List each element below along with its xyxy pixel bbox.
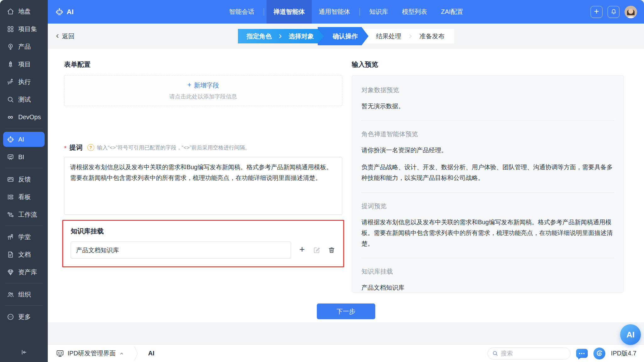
- chat-bubble-icon[interactable]: [576, 349, 588, 358]
- sidebar-item-testing[interactable]: 测试: [0, 91, 48, 108]
- sidebar-spacer: [0, 326, 48, 344]
- chevron-right-icon: ›: [279, 31, 282, 40]
- step-result-handling[interactable]: 结果处理: [376, 32, 401, 41]
- version-label: IPD版4.7: [611, 349, 636, 358]
- add-knowledge-base-button[interactable]: +: [298, 246, 306, 254]
- tab-general-agent[interactable]: 通用智能体: [312, 0, 357, 24]
- knowledge-base-title: 知识库挂载: [71, 227, 336, 236]
- help-icon[interactable]: ?: [87, 144, 94, 151]
- sidebar-item-program[interactable]: 项目集: [0, 20, 48, 38]
- people-icon: [7, 291, 14, 298]
- chevron-right-icon: ›: [409, 31, 412, 40]
- plus-icon: +: [187, 81, 191, 88]
- preview-section-heading: 对象数据预览: [361, 86, 614, 94]
- required-mark: *: [64, 145, 67, 152]
- knowledge-base-actions: +: [298, 246, 336, 254]
- knowledge-base-highlight-box: 知识库挂载 +: [62, 220, 344, 267]
- sidebar-item-product[interactable]: 产品: [0, 38, 48, 55]
- delete-knowledge-base-button[interactable]: [328, 246, 336, 254]
- sidebar-divider: [5, 226, 43, 226]
- collapse-sidebar-button[interactable]: [0, 344, 48, 362]
- sidebar-divider: [5, 168, 43, 168]
- sidebar-item-label: 产品: [18, 42, 31, 51]
- sidebar-item-label: 执行: [18, 78, 31, 86]
- sidebar-item-devops[interactable]: ∞ DevOps: [0, 108, 48, 126]
- breadcrumb-divider: [134, 346, 139, 361]
- wizard-steps: 指定角色 › 选择对象 确认操作 结果处理 › 准备发布: [238, 27, 454, 45]
- step-prepare-publish[interactable]: 准备发布: [420, 32, 445, 41]
- sidebar-item-label: 看板: [18, 193, 31, 201]
- sidebar-item-workflow[interactable]: 工作流: [0, 206, 48, 223]
- sidebar-item-kanban[interactable]: 看板: [0, 188, 48, 206]
- knowledge-base-row: +: [71, 242, 336, 259]
- tab-zentao-agent[interactable]: 禅道智能体: [267, 0, 312, 24]
- plus-icon: +: [594, 7, 599, 16]
- sidebar-item-ai[interactable]: AI: [3, 132, 45, 147]
- kanban-icon: [7, 193, 14, 201]
- sidebar-item-label: BI: [18, 153, 24, 161]
- preview-section-body: 请根据发布划信息以及发布中关联的需求和Bug编写发布新闻稿。格式参考产品新闻稿通…: [361, 217, 614, 249]
- add-field-dropzone[interactable]: + 新增字段 请点击此处以添加字段信息: [64, 75, 342, 106]
- wizard-steps-done: 指定角色 › 选择对象: [238, 29, 324, 43]
- preview-section-body: 请你扮演一名资深的产品经理。: [361, 145, 614, 155]
- sidebar: 地盘 项目集 产品 项目 执行 测试 ∞ DevOps AI: [0, 0, 48, 362]
- plus-icon: +: [299, 245, 305, 254]
- tab-zai-config[interactable]: ZAI配置: [434, 0, 470, 24]
- feedback-icon: [7, 175, 14, 183]
- sidebar-item-execution[interactable]: 执行: [0, 73, 48, 91]
- sidebar-item-feedback[interactable]: 反馈: [0, 170, 48, 188]
- navbar-actions: +: [470, 6, 644, 18]
- tab-knowledge-base[interactable]: 知识库: [362, 0, 395, 24]
- sidebar-item-academy[interactable]: 学堂: [0, 228, 48, 246]
- form-section-title: 表单配置: [64, 60, 342, 69]
- rocket-icon: [7, 60, 14, 68]
- form-column: 表单配置 + 新增字段 请点击此处以添加字段信息 * 提词 ? 输入“<>”符号…: [64, 49, 342, 322]
- sidebar-item-home[interactable]: 地盘: [0, 3, 48, 20]
- workspace-name: IPD研发管理界面: [68, 349, 116, 358]
- prompt-label-row: * 提词 ? 输入“<>”符号可引用已配置的字段，“<>”前后采用空格进行间隔。: [64, 143, 342, 152]
- ai-assistant-fab[interactable]: AI: [620, 324, 641, 345]
- sidebar-item-bi[interactable]: BI: [0, 148, 48, 166]
- add-field-label: 新增字段: [194, 81, 219, 90]
- notifications-button[interactable]: [608, 6, 619, 18]
- back-button[interactable]: ‹ 返回: [56, 32, 74, 41]
- document-icon: [7, 251, 14, 258]
- avatar[interactable]: [625, 6, 637, 18]
- create-button[interactable]: +: [591, 6, 603, 18]
- teacher-icon: [7, 233, 14, 241]
- gem-icon: [7, 268, 14, 276]
- prompt-textarea[interactable]: 请根据发布划信息以及发布中关联的需求和Bug编写发布新闻稿。格式参考产品新闻稿通…: [64, 157, 342, 215]
- add-field-button[interactable]: + 新增字段: [187, 81, 219, 90]
- tab-model-list[interactable]: 模型列表: [395, 0, 434, 24]
- home-icon: [7, 8, 14, 15]
- tab-smart-chat[interactable]: 智能会话: [222, 0, 261, 24]
- search-input[interactable]: [501, 350, 566, 357]
- sidebar-item-docs[interactable]: 文档: [0, 246, 48, 263]
- sidebar-item-assets[interactable]: 资产库: [0, 263, 48, 281]
- next-step-button[interactable]: 下一步: [317, 304, 375, 319]
- monitor-icon: [56, 349, 64, 358]
- prompt-help-text: 输入“<>”符号可引用已配置的字段，“<>”前后采用空格进行间隔。: [97, 144, 250, 151]
- main-column: AI 智能会话 禅道智能体 通用智能体 知识库 模型列表 ZAI配置 +: [48, 0, 644, 362]
- step-select-object[interactable]: 选择对象: [289, 32, 314, 41]
- sidebar-item-organization[interactable]: 组织: [0, 286, 48, 303]
- module-brand-label: AI: [67, 8, 74, 16]
- sidebar-item-more[interactable]: 更多: [0, 308, 48, 326]
- workspace-switcher[interactable]: IPD研发管理界面: [56, 349, 124, 358]
- dashboard-icon: [7, 153, 14, 161]
- preview-divider: [361, 120, 614, 121]
- preview-divider: [361, 258, 614, 258]
- preview-section-body: 产品文档知识库: [361, 282, 614, 293]
- knowledge-base-input[interactable]: [71, 242, 291, 259]
- footer-right: IPD版4.7: [487, 348, 644, 359]
- preview-divider: [361, 192, 614, 193]
- sidebar-item-label: 测试: [18, 95, 31, 104]
- sidebar-item-project[interactable]: 项目: [0, 55, 48, 73]
- sidebar-item-label: 反馈: [18, 175, 31, 184]
- step-assign-role[interactable]: 指定角色: [247, 32, 272, 41]
- step-confirm-action[interactable]: 确认操作: [333, 32, 358, 41]
- edit-knowledge-base-button[interactable]: [313, 246, 321, 254]
- edit-icon: [313, 246, 321, 254]
- sidebar-item-label: 资产库: [18, 268, 37, 276]
- zentao-logo: [593, 348, 605, 359]
